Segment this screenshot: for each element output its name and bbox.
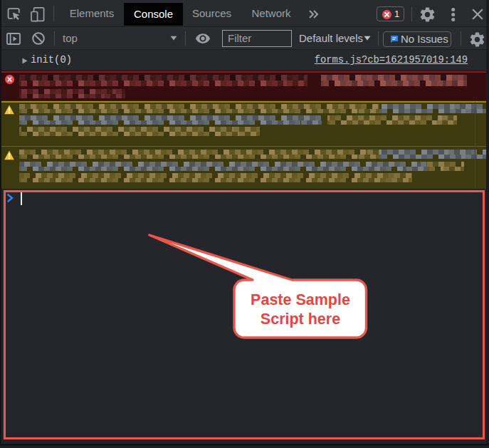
svg-text:Script here: Script here [261, 311, 340, 328]
svg-text:Paste Sample: Paste Sample [251, 291, 350, 308]
